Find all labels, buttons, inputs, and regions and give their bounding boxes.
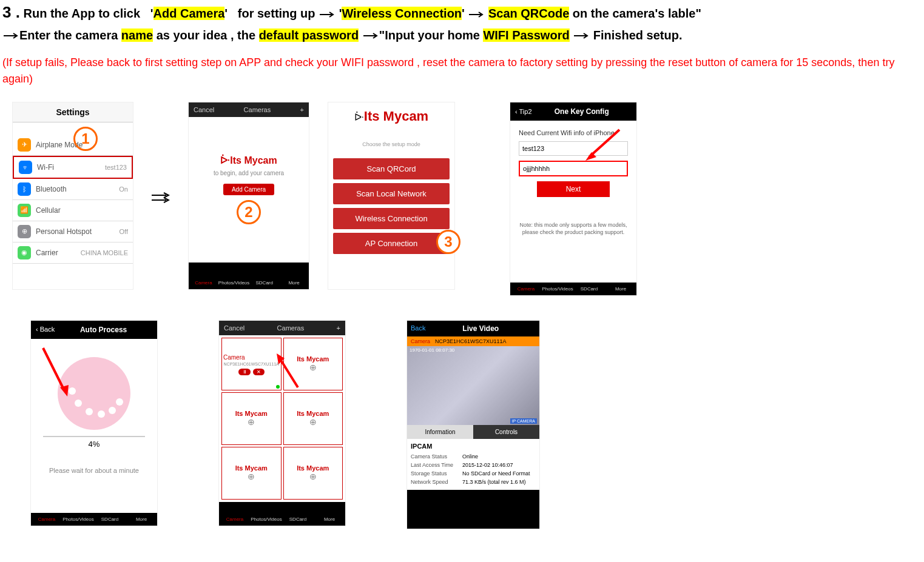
settings-hotspot-row[interactable]: ⊕Personal HotspotOff <box>13 221 133 243</box>
settings-carrier-row[interactable]: ◉CarrierCHINA MOBILE <box>13 243 133 264</box>
config-header: ‹ Tip2 One Key Config <box>510 102 636 121</box>
arrow-icon <box>362 32 379 40</box>
camera-label: Camera <box>411 338 430 344</box>
add-button[interactable]: + <box>337 324 340 332</box>
tab-more[interactable]: More <box>314 513 345 526</box>
plus-icon: ⊕ <box>248 472 255 481</box>
live-title: Live Video <box>425 324 536 333</box>
back-button[interactable]: ‹ Tip2 <box>515 108 532 115</box>
hl-wireless: Wireless Connection <box>342 7 462 20</box>
tab-camera[interactable]: Camera <box>189 276 218 289</box>
text-on-label: on the camera's lable" <box>573 7 701 20</box>
wireless-connection-button[interactable]: Wireless Connection <box>333 208 450 229</box>
timestamp: 1970-01-01 08:07:30 <box>410 347 454 353</box>
app-title: Cameras <box>244 106 271 113</box>
scan-local-button[interactable]: Scan Local Network <box>333 183 450 204</box>
settings-bluetooth-row[interactable]: ᛒBluetoothOn <box>13 179 133 200</box>
cameras-header: Cancel Cameras + <box>219 321 345 335</box>
text-run-app: Run the App to click <box>23 7 140 20</box>
camera-cell-empty[interactable]: Its Mycam⊕ <box>283 392 343 445</box>
bt-label: Bluetooth <box>36 185 67 193</box>
bottom-tabs: Camera Photos/Videos SDCard More <box>219 513 345 526</box>
plus-icon: ⊕ <box>309 417 317 427</box>
ap-connection-button[interactable]: AP Connection <box>333 233 450 254</box>
info-panel: IPCAM Camera StatusOnline Last Access Ti… <box>407 439 539 490</box>
tab-more[interactable]: More <box>605 283 636 295</box>
wait-text: Please wait for about a minute <box>43 467 145 474</box>
logo-text: Its Mycam <box>235 410 268 417</box>
tab-more[interactable]: More <box>126 513 157 526</box>
tab-sdcard[interactable]: SDCard <box>94 513 126 526</box>
tab-sdcard[interactable]: SDCard <box>249 276 279 289</box>
begin-text: to begin, add your camera <box>214 170 284 176</box>
camera-cell-empty[interactable]: Its Mycam⊕ <box>283 447 343 500</box>
arrow-icon <box>2 32 19 40</box>
tab-information[interactable]: Information <box>407 425 473 439</box>
back-label: Back <box>40 326 55 333</box>
tab-photos[interactable]: Photos/Videos <box>218 276 249 289</box>
settings-wifi-row[interactable]: ᯤWi-Fitest123 <box>13 156 133 179</box>
red-arrow-icon <box>583 127 626 163</box>
step-number: 3 . <box>2 3 20 21</box>
step-circle-2: 2 <box>237 200 261 224</box>
svg-line-9 <box>43 348 64 390</box>
next-button[interactable]: Next <box>537 181 610 197</box>
speed-value: 71.3 KB/s (total rev 1.6 M) <box>462 479 526 485</box>
step-circle-1: 1 <box>73 127 98 151</box>
screenshot-row-2: ‹ Back Auto Process 4% Please wait for a… <box>0 320 924 529</box>
add-button[interactable]: + <box>300 106 304 113</box>
access-value: 2015-12-02 10:46:07 <box>462 462 513 468</box>
tab-photos[interactable]: Photos/Videos <box>62 513 94 526</box>
tab-controls[interactable]: Controls <box>473 425 539 439</box>
settings-airplane-row[interactable]: ✈Airplane Mode <box>13 135 133 156</box>
tab-photos[interactable]: Photos/Videos <box>251 513 282 526</box>
text-finished: Finished setup. <box>593 28 683 42</box>
live-header: Back Live Video <box>407 321 539 336</box>
red-arrow-icon <box>37 345 73 400</box>
tab-camera[interactable]: Camera <box>219 513 251 526</box>
carrier-value: CHINA MOBILE <box>81 249 128 256</box>
auto-header: ‹ Back Auto Process <box>31 321 157 339</box>
app-logo: ᐕIts Mycam <box>220 155 277 166</box>
video-frame[interactable]: 1970-01-01 08:07:30 IP CAMERA <box>407 346 539 425</box>
cancel-button[interactable]: Cancel <box>194 106 214 113</box>
add-camera-button[interactable]: Add Camera <box>223 184 274 195</box>
plus-icon: ⊕ <box>309 363 317 372</box>
settings-cellular-row[interactable]: 📶Cellular <box>13 200 133 221</box>
cancel-button[interactable]: Cancel <box>224 324 244 332</box>
screenshot-cameras-grid: Cancel Cameras + Camera NCP3E1HC61WSC7XU… <box>218 320 346 526</box>
bottom-tabs: Camera Photos/Videos SDCard More <box>510 283 636 295</box>
close-icon[interactable]: ✕ <box>253 369 265 375</box>
instruction-line-1: 3 . Run the App to click 'Add Camera' fo… <box>0 0 924 45</box>
cell-label: Cellular <box>36 206 61 215</box>
logo-text: Its Mycam <box>230 155 277 166</box>
wifi-label: Wi-Fi <box>37 163 54 172</box>
plus-icon: ⊕ <box>309 472 317 481</box>
back-button[interactable]: ‹ Back <box>36 326 55 334</box>
back-button[interactable]: Back <box>411 324 425 333</box>
tab-more[interactable]: More <box>279 276 309 289</box>
screenshot-live-video: Back Live Video Camera NCP3E1HC61WSC7XU1… <box>406 320 540 529</box>
scan-qr-button[interactable]: Scan QRCord <box>333 158 450 179</box>
text-enter-name-pre: Enter the camera <box>19 28 118 42</box>
tab-camera[interactable]: Camera <box>510 283 542 295</box>
hl-name: name <box>121 28 153 42</box>
tab-sdcard[interactable]: SDCard <box>573 283 605 295</box>
camera-name: Camera <box>223 354 245 361</box>
camera-cell-active[interactable]: Camera NCP3E1HC61WSC7XU111A ⏸✕ <box>221 338 282 390</box>
arrow-icon <box>319 10 336 19</box>
camera-cell-empty[interactable]: Its Mycam⊕ <box>221 392 282 445</box>
config-title: One Key Config <box>532 107 632 116</box>
storage-key: Storage Status <box>411 470 462 477</box>
arrow-icon <box>468 10 485 19</box>
carrier-icon: ◉ <box>18 246 31 259</box>
tab-sdcard[interactable]: SDCard <box>282 513 314 526</box>
camera-cell-empty[interactable]: Its Mycam⊕ <box>221 447 282 500</box>
app-header: Cancel Cameras + <box>189 102 309 117</box>
tab-photos[interactable]: Photos/Videos <box>542 283 573 295</box>
settings-header: Settings <box>13 102 133 122</box>
screenshot-settings: Settings ✈Airplane Mode ᯤWi-Fitest123 ᛒB… <box>12 102 133 290</box>
tab-camera[interactable]: Camera <box>31 513 62 526</box>
pause-icon[interactable]: ⏸ <box>238 369 251 375</box>
wifi-icon: ᯤ <box>19 161 32 174</box>
